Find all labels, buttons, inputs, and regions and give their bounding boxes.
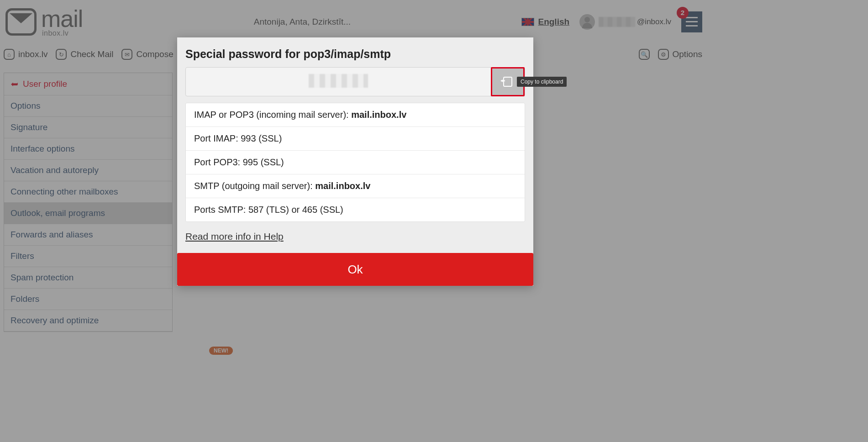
list-item: Ports SMTP: 587 (TLS) or 465 (SSL) — [186, 198, 525, 221]
ok-button[interactable]: Ok — [177, 253, 533, 286]
list-item: Port IMAP: 993 (SSL) — [186, 126, 525, 150]
list-item: Port POP3: 995 (SSL) — [186, 150, 525, 174]
help-link[interactable]: Read more info in Help — [185, 231, 284, 242]
list-item: IMAP or POP3 (incoming mail server): mai… — [186, 103, 525, 126]
list-item: SMTP (outgoing mail server): mail.inbox.… — [186, 174, 525, 198]
special-password-dialog: Special password for pop3/imap/smtp Copy… — [177, 37, 533, 286]
server-settings-list: IMAP or POP3 (incoming mail server): mai… — [185, 103, 525, 222]
password-field: Copy to clipboard — [185, 67, 525, 96]
copy-tooltip: Copy to clipboard — [517, 77, 567, 87]
password-redacted — [309, 74, 368, 88]
copy-to-clipboard-button[interactable]: Copy to clipboard — [491, 67, 525, 96]
clipboard-icon — [503, 77, 512, 87]
dialog-title: Special password for pop3/imap/smtp — [177, 37, 533, 67]
